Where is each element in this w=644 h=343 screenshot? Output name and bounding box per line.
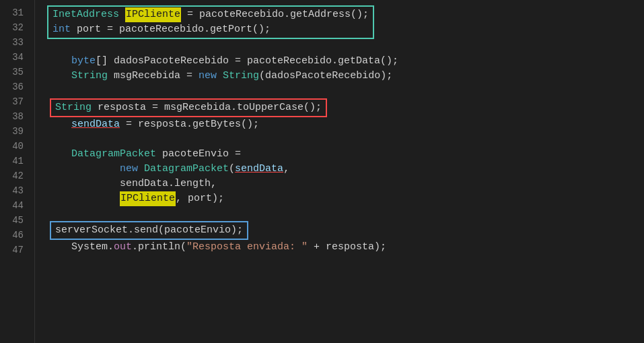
line-num-43: 43 [0,183,28,198]
code-line-46: System.out.println("Resposta enviada: " … [47,240,644,255]
line-num-34: 34 [0,50,28,65]
line-num-39: 39 [0,124,28,139]
code-line-37-wrapper: String resposta = msgRecebida.toUpperCas… [47,98,644,117]
code-line-35: String msgRecebida = new String(dadosPac… [47,69,644,84]
line-num-46: 46 [0,228,28,243]
code-line-36 [47,84,644,98]
code-line-37: String resposta = msgRecebida.toUpperCas… [55,100,322,115]
code-line-44 [47,206,644,221]
line-num-40: 40 [0,139,28,154]
code-line-31: InetAddress IPCliente = pacoteRecebido.g… [52,7,369,22]
code-line-45-wrapper: serverSocket.send(pacoteEnvio); [47,221,644,240]
line-num-38: 38 [0,109,28,124]
line-num-45: 45 [0,213,28,228]
code-line-37-box: String resposta = msgRecebida.toUpperCas… [50,98,327,117]
code-content: InetAddress IPCliente = pacoteRecebido.g… [35,0,644,343]
line-num-44: 44 [0,198,28,213]
code-line-34: byte[] dadosPacoteRecebido = pacoteReceb… [47,54,644,69]
code-line-38: sendData = resposta.getBytes(); [47,117,644,132]
line-num-37: 37 [0,94,28,109]
line-num-35: 35 [0,65,28,80]
code-line-41: new DatagramPacket ( sendData , [47,162,644,177]
code-line-47 [47,255,644,270]
line-num-42: 42 [0,168,28,183]
line-num-41: 41 [0,154,28,168]
code-line-45-box: serverSocket.send(pacoteEnvio); [50,221,248,240]
code-line-42: sendData.length, [47,177,644,191]
line-num-33: 33 [0,35,28,50]
code-line-45: serverSocket.send(pacoteEnvio); [55,223,243,238]
code-editor: 31 32 33 34 35 36 37 38 39 40 41 42 43 4… [0,0,644,343]
line-num-36: 36 [0,80,28,94]
line-num-47: 47 [0,243,28,257]
code-line-32: int port = pacoteRecebido.getPort(); [52,22,369,37]
line-num-32: 32 [0,20,28,35]
line-numbers: 31 32 33 34 35 36 37 38 39 40 41 42 43 4… [0,0,35,343]
code-line-33 [47,39,644,54]
code-line-43: IPCliente , port); [47,191,644,206]
line-num-31: 31 [0,5,28,20]
code-line-39 [47,132,644,147]
code-line-40: DatagramPacket pacoteEnvio = [47,147,644,162]
